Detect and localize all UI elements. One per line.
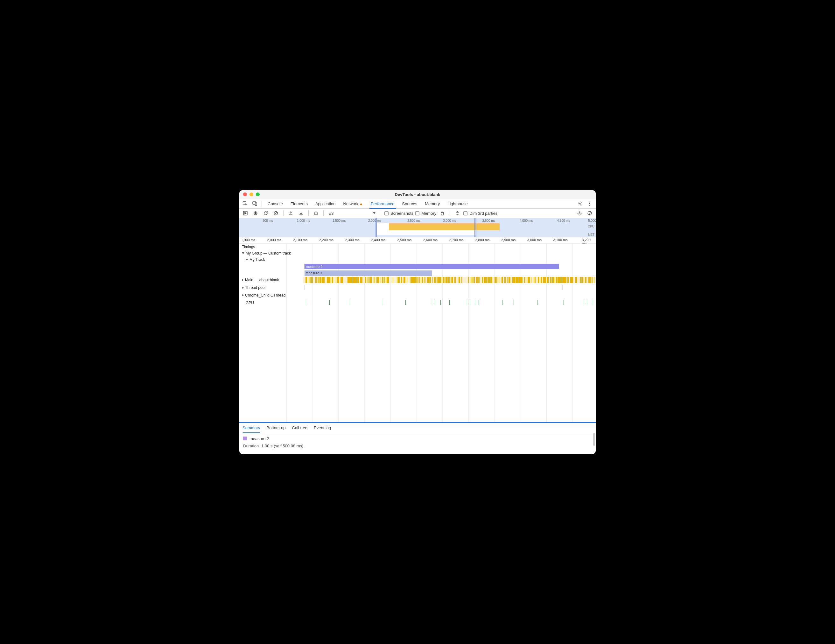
window-controls bbox=[243, 193, 260, 196]
track-threadpool[interactable]: Thread pool bbox=[239, 284, 596, 292]
settings-gear-icon[interactable] bbox=[576, 200, 584, 208]
bottom-tab-summary[interactable]: Summary bbox=[242, 423, 260, 433]
screenshots-checkbox[interactable]: Screenshots bbox=[384, 211, 413, 216]
home-icon[interactable] bbox=[312, 209, 320, 217]
bottom-tab-eventlog[interactable]: Event log bbox=[314, 423, 331, 433]
bar-measure-1[interactable]: measure 1 bbox=[305, 271, 432, 276]
shortcuts-icon[interactable] bbox=[453, 209, 461, 217]
perf-toolbar: #3 Screenshots Memory Dim 3rd parties bbox=[239, 209, 596, 218]
bar-measure-2[interactable]: measure 2 bbox=[305, 264, 559, 269]
checkbox-icon bbox=[384, 211, 388, 216]
warning-icon: ▲ bbox=[359, 201, 363, 206]
gpu-lane bbox=[303, 299, 596, 307]
main-thread-lane bbox=[303, 277, 596, 283]
flamechart[interactable]: Timings My Group — Custom track My Track… bbox=[239, 244, 596, 422]
flamechart-bar-measure2[interactable]: measure 2 bbox=[239, 263, 596, 269]
svg-point-4 bbox=[589, 202, 590, 203]
minimize-window-button[interactable] bbox=[250, 193, 253, 196]
flamechart-bar-measure1[interactable]: measure 1 bbox=[239, 269, 596, 276]
titlebar: DevTools - about:blank bbox=[239, 190, 596, 199]
summary-event-name: measure 2 bbox=[250, 436, 269, 441]
close-window-button[interactable] bbox=[243, 193, 247, 196]
help-icon[interactable] bbox=[585, 209, 594, 217]
separator bbox=[262, 201, 262, 206]
svg-point-6 bbox=[589, 205, 590, 206]
bottom-tab-calltree[interactable]: Call tree bbox=[292, 423, 307, 433]
checkbox-icon bbox=[415, 211, 419, 216]
overview-handle-left[interactable] bbox=[375, 218, 377, 237]
toggle-record-icon[interactable] bbox=[241, 209, 250, 217]
separator bbox=[450, 210, 450, 216]
svg-point-5 bbox=[589, 203, 590, 204]
chevron-right-icon bbox=[242, 286, 244, 289]
overview-cpu-band bbox=[389, 224, 499, 230]
tab-performance[interactable]: Performance bbox=[367, 199, 398, 208]
tab-elements[interactable]: Elements bbox=[288, 199, 311, 208]
overview-cpu-label: CPU bbox=[588, 225, 595, 228]
track-main[interactable]: Main — about:blank bbox=[239, 276, 596, 284]
devtools-window: DevTools - about:blank Console Elements … bbox=[239, 190, 596, 454]
track-gpu[interactable]: GPU bbox=[239, 299, 596, 307]
tab-application[interactable]: Application bbox=[312, 199, 339, 208]
svg-point-3 bbox=[580, 203, 581, 204]
window-title: DevTools - about:blank bbox=[239, 192, 596, 197]
summary-panel: measure 2 Duration 1.00 s (self 500.08 m… bbox=[239, 433, 596, 454]
summary-duration-value: 1.00 s (self 500.08 ms) bbox=[261, 444, 303, 448]
panel-tabs: Console Elements Application Network▲ Pe… bbox=[239, 199, 596, 209]
recording-select-value: #3 bbox=[329, 211, 333, 216]
separator bbox=[381, 210, 381, 216]
svg-point-13 bbox=[589, 214, 590, 214]
overview-net-label: NET bbox=[588, 233, 595, 237]
timeline-ruler[interactable]: 1,900 ms 2,000 ms 2,100 ms 2,200 ms 2,30… bbox=[239, 237, 596, 244]
overview-minimap[interactable]: 500 ms 1,000 ms 1,500 ms 2,000 ms 2,500 … bbox=[239, 218, 596, 237]
track-mytrack-header[interactable]: My Track bbox=[239, 256, 596, 263]
task-marker bbox=[304, 285, 305, 290]
track-timings[interactable]: Timings bbox=[239, 244, 596, 250]
chevron-right-icon bbox=[242, 294, 244, 297]
track-group-header[interactable]: My Group — Custom track bbox=[239, 250, 596, 256]
clear-icon[interactable] bbox=[272, 209, 280, 217]
task-marker bbox=[562, 285, 563, 290]
gc-icon[interactable] bbox=[438, 209, 447, 217]
recording-select[interactable]: #3 bbox=[327, 210, 378, 217]
dim-3rd-parties-checkbox[interactable]: Dim 3rd parties bbox=[463, 211, 497, 216]
bottom-tab-bottomup[interactable]: Bottom-up bbox=[266, 423, 286, 433]
zoom-window-button[interactable] bbox=[256, 193, 260, 196]
tab-memory[interactable]: Memory bbox=[422, 199, 443, 208]
tab-console[interactable]: Console bbox=[265, 199, 286, 208]
inspect-element-icon[interactable] bbox=[241, 200, 250, 208]
separator bbox=[283, 210, 284, 216]
track-child-io[interactable]: Chrome_ChildIOThread bbox=[239, 292, 596, 299]
chevron-down-icon bbox=[242, 252, 244, 254]
overview-handle-right[interactable] bbox=[474, 218, 476, 237]
tab-network[interactable]: Network▲ bbox=[340, 199, 367, 208]
chevron-down-icon bbox=[246, 259, 248, 261]
record-icon[interactable] bbox=[252, 209, 260, 217]
svg-point-11 bbox=[579, 213, 580, 214]
bottom-tabs: Summary Bottom-up Call tree Event log bbox=[239, 423, 596, 433]
color-swatch bbox=[243, 436, 247, 440]
summary-duration-label: Duration bbox=[243, 444, 259, 448]
svg-point-9 bbox=[255, 213, 257, 214]
upload-icon[interactable] bbox=[287, 209, 295, 217]
chevron-right-icon bbox=[242, 279, 244, 281]
reload-icon[interactable] bbox=[262, 209, 270, 217]
scrollbar[interactable] bbox=[593, 433, 595, 446]
chevron-down-icon bbox=[373, 212, 375, 214]
svg-rect-2 bbox=[255, 203, 257, 206]
more-menu-icon[interactable] bbox=[585, 200, 594, 208]
memory-checkbox[interactable]: Memory bbox=[415, 211, 436, 216]
download-icon[interactable] bbox=[297, 209, 305, 217]
device-toolbar-icon[interactable] bbox=[251, 200, 259, 208]
tab-lighthouse[interactable]: Lighthouse bbox=[444, 199, 471, 208]
tab-sources[interactable]: Sources bbox=[399, 199, 421, 208]
capture-settings-gear-icon[interactable] bbox=[575, 209, 583, 217]
checkbox-icon bbox=[463, 211, 468, 216]
